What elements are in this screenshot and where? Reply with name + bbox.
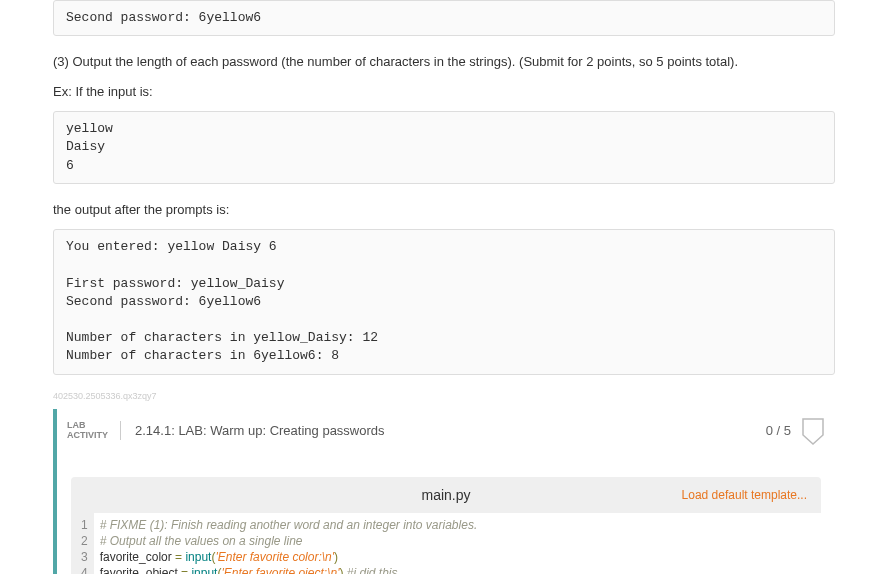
watermark: 402530.2505336.qx3zqy7 bbox=[53, 391, 835, 401]
line-gutter: 1 2 3 4 5 6 bbox=[71, 513, 94, 574]
lab-activity-panel: LAB ACTIVITY 2.14.1: LAB: Warm up: Creat… bbox=[53, 409, 835, 574]
code-id: favorite_object bbox=[100, 566, 178, 574]
code-comment: #i did this bbox=[347, 566, 398, 574]
load-default-template-link[interactable]: Load default template... bbox=[682, 488, 807, 502]
filename-label: main.py bbox=[421, 487, 470, 503]
gutter-line: 3 bbox=[81, 549, 88, 565]
instruction-3: (3) Output the length of each password (… bbox=[53, 52, 835, 72]
gutter-line: 4 bbox=[81, 565, 88, 574]
lab-score-area: 0 / 5 bbox=[766, 417, 825, 445]
code-op: ) bbox=[334, 550, 338, 564]
gutter-line: 2 bbox=[81, 533, 88, 549]
output-example-block: You entered: yellow Daisy 6 First passwo… bbox=[53, 229, 835, 374]
code-editor-panel: main.py Load default template... 1 2 3 4… bbox=[71, 477, 821, 574]
code-op: ) bbox=[339, 566, 346, 574]
shield-icon bbox=[801, 417, 825, 445]
code-editor[interactable]: 1 2 3 4 5 6 # FIXME (1): Finish reading … bbox=[71, 513, 821, 574]
code-fn: input bbox=[191, 566, 217, 574]
after-prompts-label: the output after the prompts is: bbox=[53, 200, 835, 220]
code-comment: # FIXME (1): Finish reading another word… bbox=[100, 518, 478, 532]
editor-header: main.py Load default template... bbox=[71, 477, 821, 513]
code-body[interactable]: # FIXME (1): Finish reading another word… bbox=[94, 513, 484, 574]
lab-title: 2.14.1: LAB: Warm up: Creating passwords bbox=[121, 423, 385, 438]
code-id: favorite_color bbox=[100, 550, 172, 564]
code-op: = bbox=[172, 550, 186, 564]
code-string: 'Enter favorite color:\n' bbox=[215, 550, 334, 564]
code-comment: # Output all the values on a single line bbox=[100, 534, 303, 548]
example-input-label: Ex: If the input is: bbox=[53, 82, 835, 102]
input-example-block: yellow Daisy 6 bbox=[53, 111, 835, 184]
code-op: = bbox=[178, 566, 192, 574]
lab-activity-label: LAB ACTIVITY bbox=[67, 421, 121, 441]
score-text: 0 / 5 bbox=[766, 423, 791, 438]
gutter-line: 1 bbox=[81, 517, 88, 533]
code-fn: input bbox=[185, 550, 211, 564]
lab-header: LAB ACTIVITY 2.14.1: LAB: Warm up: Creat… bbox=[57, 409, 835, 453]
lab-label-line2: ACTIVITY bbox=[67, 431, 108, 441]
code-string: 'Enter favorite oject:\n' bbox=[221, 566, 339, 574]
output-block-prev: Second password: 6yellow6 bbox=[53, 0, 835, 36]
